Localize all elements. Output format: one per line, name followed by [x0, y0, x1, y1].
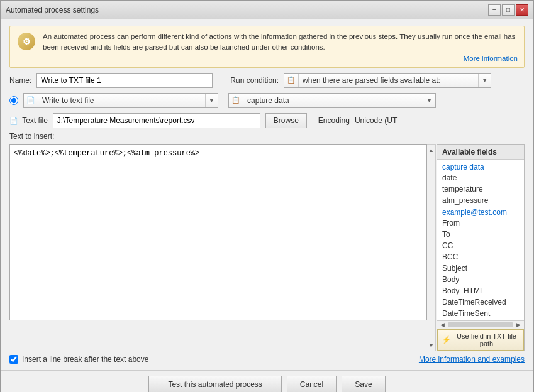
available-fields-header: Available fields	[437, 145, 524, 160]
field-item-bcc[interactable]: BCC	[437, 251, 524, 263]
field-item-from[interactable]: From	[437, 217, 524, 229]
more-info-link[interactable]: More information	[43, 55, 518, 62]
field-group-email: example@test.com	[437, 206, 524, 217]
info-bar: ⚙ An automated process can perform diffe…	[9, 26, 525, 68]
footer: Test this automated process Cancel Save	[1, 370, 533, 393]
checkbox-container: Insert a line break after the text above	[9, 355, 148, 364]
action-dropdown-arrow[interactable]: ▼	[205, 94, 218, 107]
horizontal-scrollbar: ◀ ▶	[437, 320, 524, 329]
capture-icon: 📋	[229, 94, 243, 107]
field-item-to[interactable]: To	[437, 229, 524, 240]
action-dropdown-container: 📄 Write to text file ▼	[23, 93, 218, 108]
title-bar: Automated process settings − □ ✕	[1, 1, 533, 19]
field-item-body-html[interactable]: Body_HTML	[437, 285, 524, 297]
file-label: 📄 Text file	[9, 116, 48, 125]
textarea-scrollbar: ▲ ▼	[427, 144, 436, 351]
scroll-right-arrow[interactable]: ▶	[515, 321, 523, 329]
scroll-up-arrow[interactable]: ▲	[428, 145, 434, 155]
name-label: Name:	[9, 76, 31, 85]
file-path-input[interactable]	[53, 113, 260, 128]
run-condition-value: when there are parsed fields available a…	[299, 76, 478, 85]
field-group-capture: capture data	[437, 161, 524, 172]
cancel-button[interactable]: Cancel	[287, 376, 337, 393]
file-row: 📄 Text file Browse Encoding Unicode (UT	[9, 113, 525, 128]
run-condition-icon: 📋	[284, 74, 299, 87]
info-description: An automated process can perform differe…	[43, 33, 515, 51]
field-item-body[interactable]: Body	[437, 274, 524, 285]
info-text-area: An automated process can perform differe…	[43, 31, 518, 62]
action-icon: 📄	[24, 94, 38, 107]
line-break-checkbox[interactable]	[9, 355, 18, 364]
browse-button[interactable]: Browse	[265, 113, 307, 128]
save-button[interactable]: Save	[342, 376, 385, 393]
use-field-button[interactable]: ⚡ Use field in TXT file path	[437, 329, 524, 351]
encoding-label: Encoding	[318, 116, 350, 125]
capture-dropdown-container: 📋 capture data ▼	[228, 93, 436, 108]
scroll-left-arrow[interactable]: ◀	[438, 321, 447, 329]
test-button[interactable]: Test this automated process	[148, 376, 281, 393]
use-field-label: Use field in TXT file path	[453, 332, 520, 347]
main-window: Automated process settings − □ ✕ ⚙ An au…	[0, 0, 534, 392]
main-content: 📄 Text file Browse Encoding Unicode (UT …	[9, 113, 525, 364]
maximize-button[interactable]: □	[502, 4, 515, 16]
minimize-button[interactable]: −	[488, 4, 501, 16]
encoding-value: Unicode (UT	[355, 116, 397, 125]
scroll-thumb-h[interactable]	[448, 322, 513, 327]
field-item-atm-pressure[interactable]: atm_pressure	[437, 195, 524, 206]
lightning-icon: ⚡	[442, 335, 451, 344]
left-panel: 📄 Text file Browse Encoding Unicode (UT …	[9, 113, 525, 364]
window-controls: − □ ✕	[488, 4, 528, 16]
text-insert-label: Text to insert:	[9, 132, 525, 141]
window-title: Automated process settings	[6, 6, 99, 14]
field-item-datetime-received[interactable]: DateTimeReceived	[437, 297, 524, 308]
scroll-down-arrow[interactable]: ▼	[428, 340, 434, 351]
doc-icon: 📄	[9, 117, 18, 124]
info-icon-container: ⚙	[16, 31, 36, 52]
text-insert-wrapper: <%date%>;<%temperature%>;<%atm_pressure%…	[9, 144, 525, 351]
field-item-temperature[interactable]: temperature	[437, 183, 524, 195]
capture-dropdown-wrapper: 📋 capture data ▼	[228, 93, 436, 108]
run-condition-dropdown-container: 📋 when there are parsed fields available…	[284, 73, 491, 88]
examples-link[interactable]: More information and examples	[419, 355, 525, 364]
capture-value: capture data	[243, 96, 423, 105]
gear-icon: ⚙	[18, 33, 35, 50]
run-condition-arrow[interactable]: ▼	[478, 74, 491, 87]
name-input[interactable]	[36, 73, 213, 88]
action-row: 📄 Write to text file ▼ 📋 capture data ▼	[9, 93, 525, 108]
text-insert-area[interactable]: <%date%>;<%temperature%>;<%atm_pressure%…	[9, 144, 427, 320]
run-condition-label: Run condition:	[230, 76, 279, 85]
checkbox-label: Insert a line break after the text above	[22, 355, 148, 364]
action-radio[interactable]	[9, 96, 18, 105]
close-button[interactable]: ✕	[516, 4, 528, 16]
name-row: Name: Run condition: 📋 when there are pa…	[9, 73, 525, 88]
action-value: Write to text file	[38, 96, 205, 105]
capture-dropdown-arrow[interactable]: ▼	[423, 94, 435, 107]
available-fields-panel: Available fields capture data date tempe…	[437, 144, 525, 351]
checkbox-row: Insert a line break after the text above…	[9, 355, 525, 364]
field-item-datetime-sent[interactable]: DateTimeSent	[437, 308, 524, 319]
field-item-cc[interactable]: CC	[437, 240, 524, 251]
field-item-subject[interactable]: Subject	[437, 263, 524, 274]
fields-list: capture data date temperature atm_pressu…	[437, 160, 524, 320]
content-area: ⚙ An automated process can perform diffe…	[1, 19, 533, 370]
field-item-date[interactable]: date	[437, 172, 524, 183]
